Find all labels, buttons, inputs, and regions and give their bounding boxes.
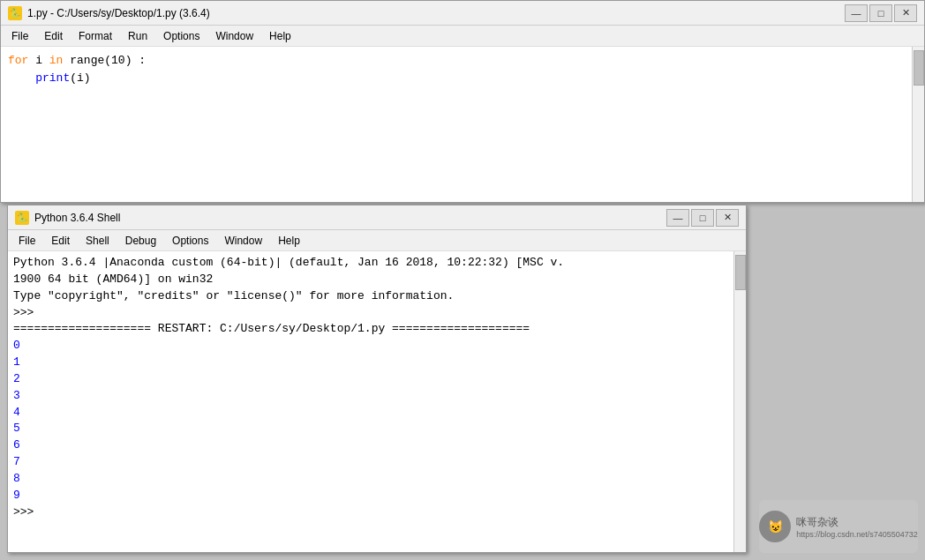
shell-restart-line: ==================== RESTART: C:/Users/s… — [13, 321, 741, 338]
shell-output-6: 6 — [13, 437, 741, 454]
shell-window-controls: — □ ✕ — [666, 209, 739, 227]
editor-close-button[interactable]: ✕ — [894, 4, 917, 22]
editor-title: 1.py - C:/Users/sy/Desktop/1.py (3.6.4) — [27, 7, 210, 19]
shell-startup-line1: Python 3.6.4 |Anaconda custom (64-bit)| … — [13, 255, 741, 272]
shell-output-1: 1 — [13, 355, 741, 371]
shell-output-2: 2 — [13, 371, 741, 388]
shell-title: Python 3.6.4 Shell — [34, 212, 120, 224]
shell-minimize-button[interactable]: — — [666, 209, 689, 227]
watermark-icon: 😺 — [759, 511, 791, 542]
shell-startup-line3: Type "copyright", "credits" or "license(… — [13, 288, 741, 305]
shell-output-3: 3 — [13, 388, 741, 405]
editor-menu-window[interactable]: Window — [208, 28, 260, 44]
editor-titlebar: 🐍 1.py - C:/Users/sy/Desktop/1.py (3.6.4… — [1, 1, 924, 26]
shell-output-7: 7 — [13, 454, 741, 471]
shell-scrollbar[interactable] — [733, 251, 746, 552]
shell-menu-options[interactable]: Options — [165, 233, 215, 249]
editor-menu-options[interactable]: Options — [156, 28, 207, 44]
shell-titlebar-left: 🐍 Python 3.6.4 Shell — [15, 211, 120, 225]
shell-output-9: 9 — [13, 488, 741, 504]
shell-prompt-initial: >>> — [13, 305, 741, 322]
editor-scrollbar-thumb[interactable] — [914, 50, 924, 86]
shell-app-icon: 🐍 — [15, 211, 29, 225]
editor-window-controls: — □ ✕ — [845, 4, 917, 22]
editor-titlebar-left: 🐍 1.py - C:/Users/sy/Desktop/1.py (3.6.4… — [8, 6, 210, 20]
shell-menu-shell[interactable]: Shell — [79, 233, 117, 249]
shell-menu-debug[interactable]: Debug — [118, 233, 163, 249]
shell-scrollbar-thumb[interactable] — [735, 255, 746, 290]
editor-content[interactable]: for i in range(10) : print(i) — [1, 47, 924, 202]
editor-app-icon: 🐍 — [8, 6, 22, 20]
editor-minimize-button[interactable]: — — [845, 4, 868, 22]
watermark-url: https://blog.csdn.net/s7405504732 — [796, 530, 918, 539]
editor-window: 🐍 1.py - C:/Users/sy/Desktop/1.py (3.6.4… — [0, 0, 925, 203]
shell-startup-line2: 1900 64 bit (AMD64)] on win32 — [13, 272, 741, 288]
editor-maximize-button[interactable]: □ — [869, 4, 892, 22]
editor-menu-help[interactable]: Help — [262, 28, 298, 44]
shell-output-4: 4 — [13, 405, 741, 422]
editor-menu-file[interactable]: File — [4, 28, 35, 44]
shell-prompt-final: >>> — [13, 504, 741, 521]
shell-titlebar: 🐍 Python 3.6.4 Shell — □ ✕ — [8, 205, 746, 230]
shell-output-8: 8 — [13, 471, 741, 488]
shell-content[interactable]: Python 3.6.4 |Anaconda custom (64-bit)| … — [8, 251, 746, 552]
watermark: 😺 咪哥杂谈 https://blog.csdn.net/s7405504732 — [759, 500, 918, 553]
watermark-text: 咪哥杂谈 https://blog.csdn.net/s7405504732 — [796, 515, 918, 539]
shell-menu-window[interactable]: Window — [217, 233, 269, 249]
code-line-2: print(i) — [8, 70, 917, 87]
code-line-1: for i in range(10) : — [8, 52, 917, 70]
editor-menubar: File Edit Format Run Options Window Help — [1, 26, 924, 47]
shell-menubar: File Edit Shell Debug Options Window Hel… — [8, 230, 746, 251]
editor-menu-edit[interactable]: Edit — [37, 28, 70, 44]
editor-menu-format[interactable]: Format — [71, 28, 119, 44]
shell-window: 🐍 Python 3.6.4 Shell — □ ✕ File Edit She… — [7, 205, 747, 553]
shell-close-button[interactable]: ✕ — [716, 209, 739, 227]
shell-menu-edit[interactable]: Edit — [44, 233, 77, 249]
shell-output-5: 5 — [13, 421, 741, 437]
watermark-label: 咪哥杂谈 — [796, 515, 918, 530]
shell-maximize-button[interactable]: □ — [691, 209, 714, 227]
shell-menu-help[interactable]: Help — [271, 233, 307, 249]
shell-output-0: 0 — [13, 338, 741, 355]
editor-menu-run[interactable]: Run — [121, 28, 154, 44]
editor-scrollbar[interactable] — [912, 47, 924, 202]
shell-menu-file[interactable]: File — [11, 233, 42, 249]
